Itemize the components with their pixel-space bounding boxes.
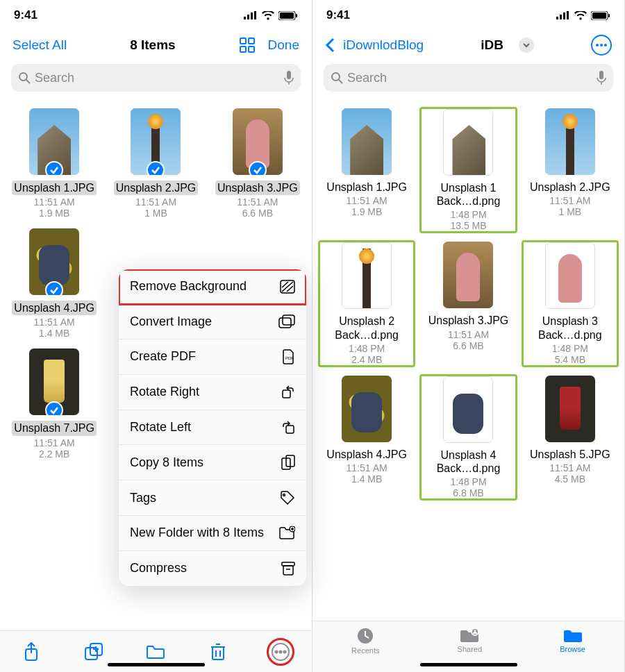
- move-button[interactable]: [142, 638, 169, 666]
- thumbnail: [443, 109, 493, 176]
- file-item[interactable]: Unsplash 4.JPG11:51 AM1.4 MB: [318, 374, 415, 501]
- menu-label: Rotate Left: [130, 420, 191, 435]
- file-item[interactable]: Unsplash 1 Back…d.png1:48 PM13.5 MB: [419, 107, 517, 233]
- svg-rect-39: [212, 647, 224, 660]
- more-menu-button[interactable]: [591, 35, 612, 56]
- menu-label: Tags: [130, 491, 156, 506]
- tag-icon: [280, 490, 295, 505]
- file-name: Unsplash 2.JPG: [114, 180, 199, 195]
- thumbnail: [545, 376, 595, 442]
- signal-icon: [556, 11, 570, 19]
- thumbnail: [29, 348, 79, 415]
- menu-create-pdf[interactable]: Create PDF PDF: [119, 339, 306, 375]
- nav-bar: iDownlodBlog iDB: [312, 31, 624, 62]
- back-label[interactable]: iDownlodBlog: [343, 37, 424, 53]
- file-time: 1:48 PM: [450, 476, 486, 487]
- svg-rect-13: [287, 71, 291, 79]
- search-field[interactable]: Search: [324, 64, 613, 92]
- thumbnail: [131, 108, 181, 175]
- file-grid: Unsplash 1.JPG11:51 AM1.9 MBUnsplash 1 B…: [312, 97, 624, 621]
- search-field[interactable]: Search: [11, 64, 301, 92]
- svg-point-11: [19, 73, 27, 81]
- file-item[interactable]: Unsplash 3 Back…d.png1:48 PM5.4 MB: [522, 240, 619, 367]
- menu-remove-background[interactable]: Remove Background: [119, 269, 306, 305]
- file-size: 2.4 MB: [351, 354, 382, 365]
- tab-bar: Recents Shared Browse: [312, 621, 624, 672]
- mic-icon[interactable]: [284, 71, 294, 85]
- grid-view-icon[interactable]: [239, 37, 256, 53]
- file-time: 1:48 PM: [349, 343, 385, 354]
- menu-convert-image[interactable]: Convert Image: [119, 305, 306, 340]
- file-size: 2.2 MB: [39, 448, 69, 460]
- select-all-button[interactable]: Select All: [12, 37, 67, 53]
- svg-rect-0: [244, 17, 246, 19]
- file-item[interactable]: Unsplash 2.JPG 11:51 AM 1 MB: [107, 107, 204, 220]
- more-button[interactable]: [267, 638, 294, 666]
- archive-icon: [281, 562, 295, 576]
- file-item[interactable]: Unsplash 5.JPG11:51 AM4.5 MB: [522, 374, 619, 501]
- file-size: 1.4 MB: [39, 328, 69, 339]
- duplicate-button[interactable]: [80, 638, 108, 666]
- back-button[interactable]: [325, 37, 335, 53]
- images-icon: [278, 314, 295, 328]
- file-name: Unsplash 7.JPG: [12, 421, 97, 435]
- menu-compress[interactable]: Compress: [119, 551, 306, 586]
- thumbnail: [342, 376, 392, 442]
- status-bar: 9:41: [0, 0, 312, 31]
- file-item[interactable]: Unsplash 3.JPG11:51 AM6.6 MB: [419, 240, 517, 367]
- svg-rect-20: [283, 315, 294, 325]
- file-name: Unsplash 3.JPG: [428, 314, 509, 327]
- svg-rect-2: [251, 12, 253, 19]
- file-name: Unsplash 1.JPG: [12, 180, 97, 195]
- signal-icon: [244, 11, 258, 19]
- menu-label: Rotate Right: [130, 385, 199, 400]
- menu-label: Create PDF: [130, 349, 196, 364]
- file-name: Unsplash 4 Back…d.png: [424, 448, 512, 475]
- svg-rect-48: [556, 17, 558, 19]
- file-item[interactable]: Unsplash 2 Back…d.png1:48 PM2.4 MB: [318, 240, 415, 367]
- file-time: 11:51 AM: [347, 462, 388, 473]
- wifi-icon: [262, 11, 274, 20]
- file-item[interactable]: Unsplash 1.JPG 11:51 AM 1.9 MB: [6, 107, 103, 220]
- check-icon: [45, 281, 63, 295]
- menu-rotate-right[interactable]: Rotate Right: [119, 375, 306, 410]
- nav-title: 8 Items: [130, 37, 175, 53]
- delete-button[interactable]: [204, 638, 232, 666]
- file-item[interactable]: Unsplash 2.JPG11:51 AM1 MB: [522, 107, 619, 233]
- done-button[interactable]: Done: [268, 37, 299, 53]
- svg-point-56: [600, 44, 603, 47]
- svg-rect-31: [283, 566, 293, 575]
- thumbnail: [233, 108, 283, 175]
- menu-label: Compress: [130, 561, 187, 576]
- file-item[interactable]: Unsplash 1.JPG11:51 AM1.9 MB: [318, 107, 415, 233]
- file-item[interactable]: Unsplash 4 Back…d.png1:48 PM6.8 MB: [419, 374, 517, 501]
- share-button[interactable]: [17, 638, 45, 666]
- mic-icon[interactable]: [597, 71, 606, 85]
- thumbnail: [545, 242, 595, 309]
- menu-copy-items[interactable]: Copy 8 Items: [119, 445, 306, 480]
- tab-browse[interactable]: Browse: [560, 627, 585, 653]
- check-icon: [249, 161, 267, 175]
- thumbnail: [342, 242, 392, 309]
- file-item[interactable]: Unsplash 4.JPG 11:51 AM 1.4 MB: [6, 227, 103, 340]
- thumbnail: [342, 108, 392, 175]
- menu-new-folder[interactable]: New Folder with 8 Items: [119, 516, 306, 551]
- file-item[interactable]: Unsplash 7.JPG 11:51 AM 2.2 MB: [6, 347, 103, 460]
- svg-point-45: [276, 650, 278, 653]
- svg-rect-49: [560, 15, 562, 19]
- tab-shared[interactable]: Shared: [458, 627, 482, 653]
- menu-tags[interactable]: Tags: [119, 480, 306, 516]
- menu-rotate-left[interactable]: Rotate Left: [119, 410, 306, 446]
- svg-line-12: [26, 80, 30, 83]
- svg-line-59: [339, 80, 342, 83]
- file-time: 11:51 AM: [347, 195, 388, 206]
- svg-line-16: [282, 282, 293, 292]
- battery-icon: [278, 11, 298, 20]
- chevron-down-icon[interactable]: [519, 37, 534, 53]
- svg-point-64: [474, 630, 476, 632]
- tab-recents[interactable]: Recents: [351, 627, 379, 655]
- pdf-icon: PDF: [283, 349, 295, 364]
- file-item[interactable]: Unsplash 3.JPG 11:51 AM 6.6 MB: [209, 107, 306, 220]
- svg-rect-10: [249, 47, 254, 52]
- svg-rect-3: [254, 11, 256, 19]
